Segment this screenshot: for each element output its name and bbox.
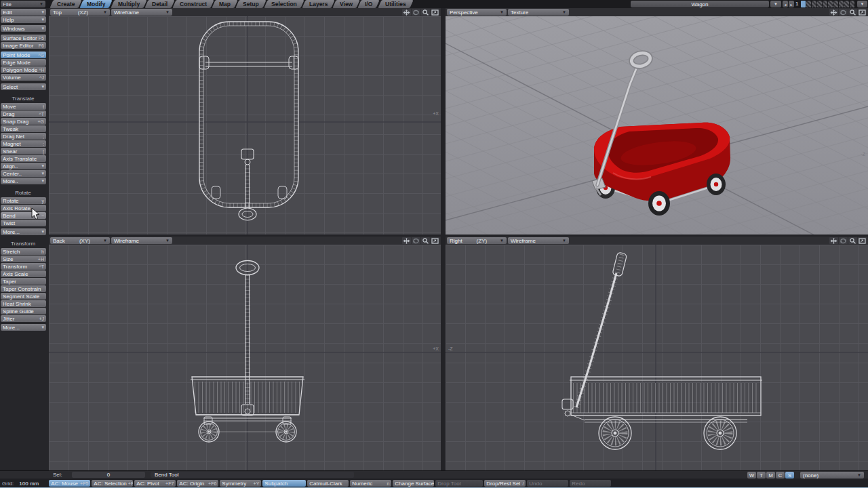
layer-box[interactable] (812, 1, 816, 7)
zoom-icon[interactable] (421, 237, 430, 244)
sidebar-menu-button[interactable]: Windows▾ (1, 25, 46, 32)
tool-button[interactable]: Taper Constrain (1, 285, 46, 292)
maximize-icon[interactable] (431, 9, 439, 16)
sidebar-editor-button[interactable]: Surface EditorF5 (1, 35, 46, 41)
pan-icon[interactable] (402, 9, 411, 16)
menu-tab[interactable]: Detail (144, 0, 174, 8)
menu-tab[interactable]: Multiply (111, 0, 146, 8)
maximize-icon[interactable] (858, 237, 867, 244)
status-action-button[interactable]: Undo (527, 480, 568, 487)
tool-button[interactable]: Size+H (1, 256, 46, 262)
tool-button[interactable]: Drag^T (1, 110, 46, 117)
rotate-icon[interactable] (839, 9, 848, 16)
viewport-back-canvas[interactable]: +X (49, 245, 441, 470)
tool-button[interactable]: Rotatey (1, 197, 46, 204)
tool-button[interactable]: Transform^T (1, 263, 46, 270)
tool-button[interactable]: Magnet: (1, 140, 46, 147)
status-action-button[interactable]: AC: Origin+F6 (177, 480, 218, 487)
sidebar-menu-button[interactable]: Help▾ (1, 16, 46, 23)
vertex-map-type-button[interactable]: C (776, 472, 785, 479)
sidebar-editor-button[interactable]: Image EditorF6 (1, 42, 46, 49)
layer-prev-button[interactable]: ◂ (783, 1, 788, 7)
shade-mode-dropdown[interactable]: Texture ▼ (508, 9, 569, 16)
menu-tab[interactable]: Selection (264, 0, 304, 8)
tool-button[interactable]: Movet (1, 103, 46, 110)
object-name-field[interactable]: Wagon (631, 1, 769, 7)
pan-icon[interactable] (829, 237, 838, 244)
select-menu-button[interactable]: Select ▾ (1, 83, 46, 90)
menu-tab[interactable]: Utilities (378, 0, 413, 8)
tool-button[interactable]: Shear[ (1, 148, 46, 155)
selection-mode-button[interactable]: Polygon Mode^H (1, 66, 46, 73)
status-action-button[interactable]: AC: Selection+F8 (92, 480, 133, 487)
status-action-button[interactable]: Numericn (350, 480, 391, 487)
tool-button[interactable]: Segment Scale (1, 293, 46, 300)
rotate-icon[interactable] (412, 9, 420, 16)
viewport-perspective-canvas[interactable]: -Z (446, 16, 868, 235)
layer-box-current[interactable] (801, 1, 806, 7)
menu-tab[interactable]: Setup (236, 0, 267, 8)
selection-mode-button[interactable]: Edge Mode (1, 59, 46, 66)
pan-icon[interactable] (402, 237, 411, 244)
tool-button[interactable]: Axis Scale (1, 270, 46, 277)
menu-tab[interactable]: Construct (172, 0, 214, 8)
layer-box[interactable] (833, 1, 838, 7)
layer-box[interactable] (844, 1, 849, 7)
menu-tab[interactable]: Modify (80, 0, 113, 8)
tool-button[interactable]: Axis Translate (1, 155, 46, 162)
vertex-map-type-button[interactable]: S (785, 472, 794, 479)
tool-button[interactable]: Spline Guide (1, 308, 46, 314)
sidebar-menu-button[interactable]: Edit▾ (1, 9, 46, 16)
view-type-dropdown[interactable]: Perspective ▼ (447, 9, 507, 16)
layer-box[interactable] (817, 1, 822, 7)
tool-button[interactable]: Heat Shrink (1, 300, 46, 307)
layer-dropdown-button[interactable]: ▼ (857, 1, 867, 7)
layer-box[interactable] (828, 1, 833, 7)
tool-button[interactable]: Tweak (1, 125, 46, 132)
layer-box[interactable] (839, 1, 844, 7)
tool-button[interactable]: Taper (1, 278, 46, 285)
tool-button[interactable]: Jitter+J (1, 315, 46, 322)
layer-box[interactable] (850, 1, 854, 7)
pan-icon[interactable] (829, 9, 838, 16)
menu-tab[interactable]: View (332, 0, 360, 8)
vertex-map-type-button[interactable]: T (757, 472, 766, 479)
menu-tab[interactable]: I/O (358, 0, 380, 8)
menu-tab[interactable]: Layers (302, 0, 335, 8)
view-type-dropdown[interactable]: Right (ZY) ▼ (447, 237, 507, 244)
menu-tab[interactable]: Create (50, 0, 82, 8)
layer-next-button[interactable]: ▸ (789, 1, 794, 7)
shade-mode-dropdown[interactable]: Wireframe ▼ (111, 9, 172, 16)
selection-mode-button[interactable]: Point Mode^G (1, 52, 46, 58)
view-type-dropdown[interactable]: Top (XZ) ▼ (50, 9, 110, 16)
zoom-icon[interactable] (848, 9, 857, 16)
layer-box[interactable] (823, 1, 827, 7)
layer-box[interactable] (806, 1, 811, 7)
menu-tab[interactable]: Map (212, 0, 238, 8)
status-action-button[interactable]: AC: Mouse+F5 (49, 480, 90, 487)
maximize-icon[interactable] (431, 237, 439, 244)
status-action-button[interactable]: Subpatch (262, 480, 306, 487)
vertex-map-selector[interactable]: (none) ▼ (800, 472, 864, 479)
tool-button[interactable]: Stretchh (1, 248, 46, 255)
shade-mode-dropdown[interactable]: Wireframe ▼ (508, 237, 569, 244)
zoom-icon[interactable] (421, 9, 430, 16)
viewport-right-canvas[interactable]: -Z (446, 245, 868, 470)
tool-button[interactable]: More...▾ (1, 228, 46, 235)
status-action-button[interactable]: Drop/Rest Sel/ (484, 480, 526, 487)
tool-button[interactable]: More...▾ (1, 324, 46, 331)
tool-button[interactable]: Drag Net; (1, 133, 46, 140)
vertex-map-type-button[interactable]: W (747, 472, 756, 479)
tool-button[interactable]: More..▾ (1, 178, 46, 184)
file-menu-button[interactable]: File ▼ (1, 1, 45, 7)
status-action-button[interactable]: Drop Tool (435, 480, 483, 487)
vertex-map-type-button[interactable]: M (766, 472, 775, 479)
selection-mode-button[interactable]: Volume^J (1, 74, 46, 81)
zoom-icon[interactable] (848, 237, 857, 244)
object-dropdown-button[interactable]: ▼ (770, 1, 781, 7)
rotate-icon[interactable] (839, 237, 848, 244)
status-action-button[interactable]: AC: Pivot+F7 (134, 480, 176, 487)
viewport-top-canvas[interactable]: +X (49, 16, 441, 235)
rotate-icon[interactable] (412, 237, 420, 244)
status-action-button[interactable]: Change Surfaceq (393, 480, 434, 487)
